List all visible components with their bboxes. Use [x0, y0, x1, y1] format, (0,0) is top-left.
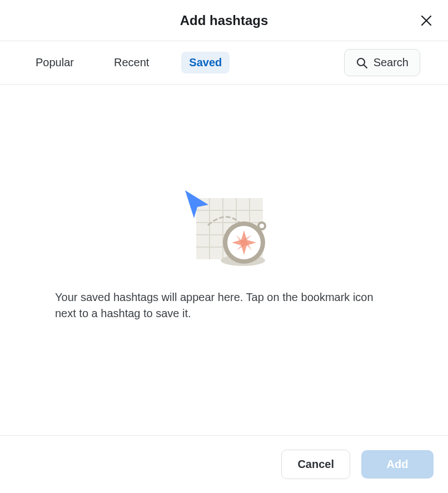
- compass-map-illustration: [174, 185, 274, 274]
- empty-state: Your saved hashtags will appear here. Ta…: [0, 85, 448, 435]
- modal-header: Add hashtags: [0, 0, 448, 41]
- search-icon: [356, 57, 368, 69]
- empty-state-message: Your saved hashtags will appear here. Ta…: [46, 289, 402, 322]
- svg-point-17: [260, 224, 264, 228]
- tab-recent[interactable]: Recent: [106, 52, 157, 73]
- close-icon: [420, 14, 432, 27]
- search-label: Search: [374, 56, 409, 69]
- close-button[interactable]: [418, 12, 435, 29]
- add-button[interactable]: Add: [361, 450, 434, 479]
- tab-popular[interactable]: Popular: [28, 52, 82, 73]
- tab-saved[interactable]: Saved: [181, 52, 230, 73]
- modal-footer: Cancel Add: [0, 435, 448, 493]
- modal-title: Add hashtags: [180, 13, 268, 28]
- cancel-button[interactable]: Cancel: [281, 450, 350, 479]
- tab-bar: Popular Recent Saved Search: [0, 41, 448, 85]
- svg-line-3: [364, 65, 367, 68]
- compass-map-icon: [174, 185, 274, 274]
- search-button[interactable]: Search: [344, 49, 420, 76]
